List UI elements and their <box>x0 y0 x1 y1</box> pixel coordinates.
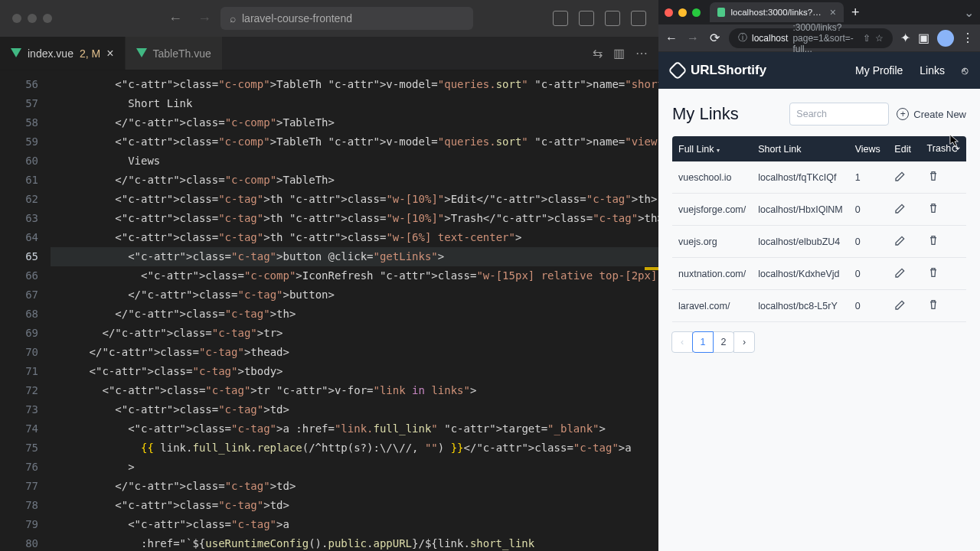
trash-button[interactable] <box>921 226 966 258</box>
url-input[interactable]: ⓘ localhost:3000/links?page=1&sort=-full… <box>729 28 893 48</box>
table-row: vuejsforge.com/localhost/HbxIQlNM0 <box>672 194 966 226</box>
new-tab-button[interactable]: + <box>851 5 860 21</box>
cell-short-link[interactable]: localhost/KdxheVjd <box>752 258 848 290</box>
reload-icon[interactable]: ⟳ <box>707 31 721 45</box>
close-icon[interactable]: × <box>830 6 836 18</box>
edit-button[interactable] <box>888 161 920 194</box>
page-2[interactable]: 2 <box>713 331 734 353</box>
table-row: vueschool.iolocalhost/fqTKcIQf1 <box>672 161 966 194</box>
back-icon[interactable]: ← <box>665 31 678 45</box>
cell-full-link[interactable]: laravel.com/ <box>672 290 752 322</box>
tab-index-vue[interactable]: index.vue 2, M × <box>0 37 126 70</box>
split-icon[interactable]: ▥ <box>613 46 625 60</box>
tab-label: TableTh.vue <box>153 47 211 60</box>
star-icon[interactable]: ☆ <box>875 33 884 44</box>
chevron-down-icon[interactable]: ⌄ <box>964 5 974 20</box>
table-row: nuxtnation.com/localhost/KdxheVjd0 <box>672 258 966 290</box>
close-icon[interactable]: × <box>106 47 113 60</box>
cell-full-link[interactable]: vueschool.io <box>672 161 752 194</box>
url-host: localhost <box>752 33 788 44</box>
back-icon[interactable]: ← <box>168 11 182 27</box>
links-table: Full Link▾ Short Link Views Edit Trash⟳ … <box>672 136 966 322</box>
cell-full-link[interactable]: vuejs.org <box>672 226 752 258</box>
browser-tab[interactable]: localhost:3000/links?page=1& × <box>710 2 844 22</box>
editor-titlebar: ← → ⌕ laravel-course-frontend <box>0 0 658 37</box>
edit-button[interactable] <box>888 258 920 290</box>
browser-tabstrip: localhost:3000/links?page=1& × + ⌄ <box>658 0 980 24</box>
th-short-link[interactable]: Short Link <box>752 136 848 161</box>
cell-views: 0 <box>849 226 889 258</box>
compare-icon[interactable]: ⇆ <box>593 46 603 60</box>
cell-views: 0 <box>849 258 889 290</box>
table-row: laravel.com/localhost/bc8-L5rY0 <box>672 290 966 322</box>
vscode-editor: ← → ⌕ laravel-course-frontend index.vue … <box>0 0 658 551</box>
traffic-lights <box>12 14 52 23</box>
cell-short-link[interactable]: localhost/HbxIQlNM <box>752 194 848 226</box>
app-page: URLShortify My Profile Links ⎋ My Links … <box>658 52 980 551</box>
sidepanel-icon[interactable]: ▣ <box>918 31 929 45</box>
edit-button[interactable] <box>888 194 920 226</box>
tab-tableth-vue[interactable]: TableTh.vue <box>126 37 223 70</box>
extensions-icon[interactable]: ✦ <box>900 31 910 45</box>
th-full-link[interactable]: Full Link▾ <box>672 136 752 161</box>
cell-full-link[interactable]: nuxtnation.com/ <box>672 258 752 290</box>
nav-arrows: ← → <box>168 11 211 27</box>
code-area[interactable]: 5657585960616263646566676869707172737475… <box>0 70 658 551</box>
create-label: Create New <box>913 109 966 120</box>
sort-desc-icon: ▾ <box>717 147 720 154</box>
trash-button[interactable] <box>921 194 966 226</box>
logout-icon[interactable]: ⎋ <box>962 64 968 77</box>
cell-short-link[interactable]: localhost/fqTKcIQf <box>752 161 848 194</box>
page-1[interactable]: 1 <box>692 331 714 353</box>
pagination: ‹ 12 › <box>672 331 966 353</box>
trash-button[interactable] <box>921 161 966 194</box>
edit-button[interactable] <box>888 226 920 258</box>
share-icon[interactable]: ⇧ <box>863 33 871 44</box>
search-icon: ⌕ <box>230 12 236 24</box>
vue-file-icon <box>11 48 21 59</box>
create-new-button[interactable]: + Create New <box>897 108 966 120</box>
tab-badge: 2, M <box>80 47 100 60</box>
panel-right-icon[interactable] <box>605 11 620 26</box>
forward-icon[interactable]: → <box>686 31 700 45</box>
page-prev[interactable]: ‹ <box>671 331 693 353</box>
th-views[interactable]: Views <box>849 136 889 161</box>
layout-grid-icon[interactable] <box>631 11 646 26</box>
cell-short-link[interactable]: localhost/elbubZU4 <box>752 226 848 258</box>
command-search[interactable]: ⌕ laravel-course-frontend <box>220 7 473 30</box>
nav-my-profile[interactable]: My Profile <box>855 64 903 77</box>
editor-tabs: index.vue 2, M × TableTh.vue ⇆ ▥ ⋯ <box>0 37 658 70</box>
tab-label: index.vue <box>28 47 74 60</box>
page-next[interactable]: › <box>733 331 755 353</box>
trash-button[interactable] <box>921 258 966 290</box>
search-text: laravel-course-frontend <box>242 12 352 24</box>
traffic-lights <box>665 8 701 17</box>
tab-title: localhost:3000/links?page=1& <box>731 8 824 17</box>
nav-links[interactable]: Links <box>920 64 945 77</box>
vue-file-icon <box>136 48 147 59</box>
warning-marker <box>645 267 658 270</box>
link-icon <box>668 60 687 80</box>
more-icon[interactable]: ⋯ <box>635 46 648 60</box>
th-trash: Trash⟳ <box>921 136 966 161</box>
address-bar: ← → ⟳ ⓘ localhost:3000/links?page=1&sort… <box>658 24 980 52</box>
cell-views: 1 <box>849 161 889 194</box>
code-content[interactable]: <"c-attr">class="c-comp">TableTh "c-attr… <box>51 70 658 551</box>
profile-avatar[interactable] <box>937 30 954 47</box>
forward-icon[interactable]: → <box>198 11 211 27</box>
menu-icon[interactable]: ⋮ <box>962 31 974 45</box>
cell-short-link[interactable]: localhost/bc8-L5rY <box>752 290 848 322</box>
edit-button[interactable] <box>888 290 920 322</box>
trash-button[interactable] <box>921 290 966 322</box>
app-header: URLShortify My Profile Links ⎋ <box>658 52 980 89</box>
panel-left-icon[interactable] <box>553 11 568 26</box>
refresh-icon[interactable]: ⟳ <box>952 143 960 155</box>
page-content: My Links Search + Create New Full Link▾ … <box>658 89 980 367</box>
search-input[interactable]: Search <box>789 103 889 126</box>
line-gutter: 5657585960616263646566676869707172737475… <box>0 70 51 551</box>
cell-full-link[interactable]: vuejsforge.com/ <box>672 194 752 226</box>
cell-views: 0 <box>849 194 889 226</box>
panel-bottom-icon[interactable] <box>579 11 594 26</box>
chrome-browser: localhost:3000/links?page=1& × + ⌄ ← → ⟳… <box>658 0 980 551</box>
favicon <box>717 8 725 17</box>
